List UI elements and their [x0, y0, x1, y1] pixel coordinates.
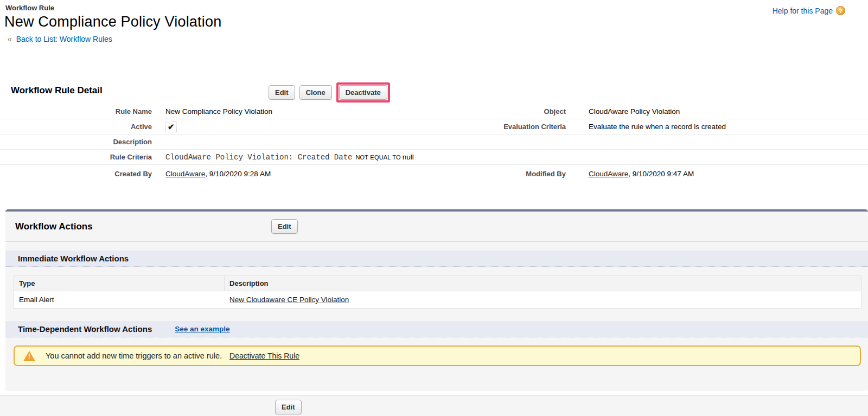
detail-row-created-by: Created By CloudAware, 9/10/2020 9:28 AM…: [0, 165, 868, 183]
criteria-null-value: null: [403, 153, 414, 161]
warning-triangle-icon: [23, 351, 35, 361]
created-by-label: Created By: [0, 170, 158, 178]
created-by-value: CloudAware, 9/10/2020 9:28 AM: [158, 170, 463, 178]
rule-criteria-label: Rule Criteria: [0, 153, 158, 161]
active-checkmark-icon: ✔: [165, 121, 177, 132]
created-by-user-link[interactable]: CloudAware: [165, 170, 205, 178]
immediate-actions-heading: Immediate Workflow Actions: [18, 254, 129, 263]
description-label: Description: [0, 138, 158, 146]
column-header-description: Description: [225, 276, 861, 291]
detail-row-rule-name: Rule Name New Compliance Policy Violatio…: [0, 104, 868, 119]
page-footer: Edit: [0, 395, 868, 416]
deactivate-this-rule-link[interactable]: Deactivate This Rule: [229, 351, 299, 360]
evaluation-criteria-value: Evaluate the rule when a record is creat…: [572, 123, 868, 131]
immediate-actions-table: Type Description Email Alert New Cloudaw…: [14, 276, 861, 309]
rule-name-label: Rule Name: [0, 107, 158, 116]
object-label: Object: [463, 107, 572, 116]
help-question-icon[interactable]: ?: [836, 6, 845, 15]
modified-by-user-link[interactable]: CloudAware: [589, 170, 628, 178]
modified-by-date: , 9/10/2020 9:47 AM: [628, 170, 694, 178]
page-title: New Compliance Policy Violation: [4, 14, 868, 30]
back-chevron-icon: «: [8, 35, 12, 43]
evaluation-criteria-label: Evaluation Criteria: [463, 123, 572, 131]
detail-section-heading: Workflow Rule Detail: [0, 82, 868, 99]
rule-criteria-value: CloudAware Policy Violation: Created Dat…: [158, 153, 868, 162]
workflow-actions-header: Workflow Actions Edit: [5, 212, 868, 242]
modified-by-label: Modified By: [463, 170, 572, 178]
clone-button[interactable]: Clone: [299, 85, 332, 100]
workflow-actions-edit-button[interactable]: Edit: [271, 219, 298, 234]
workflow-actions-heading: Workflow Actions: [5, 219, 93, 235]
detail-row-description: Description: [0, 135, 868, 150]
email-alert-link[interactable]: New Cloudaware CE Policy Violation: [229, 296, 349, 304]
created-by-date: , 9/10/2020 9:28 AM: [205, 170, 271, 178]
criteria-operator: NOT EQUAL TO: [355, 154, 400, 161]
active-label: Active: [0, 123, 158, 131]
deactivate-button[interactable]: Deactivate: [339, 85, 387, 100]
deactivate-highlight-annotation: Deactivate: [336, 82, 390, 103]
detail-header: Workflow Rule Detail Edit Clone Deactiva…: [0, 82, 868, 104]
help-for-this-page[interactable]: Help for this Page ?: [773, 6, 845, 15]
detail-button-bar: Edit Clone Deactivate: [269, 82, 390, 103]
table-row: Email Alert New Cloudaware CE Policy Vio…: [14, 291, 861, 308]
page-header: Workflow Rule New Compliance Policy Viol…: [0, 0, 868, 43]
action-type-cell: Email Alert: [14, 296, 225, 304]
warning-message: You cannot add new time triggers to an a…: [46, 351, 222, 360]
detail-row-rule-criteria: Rule Criteria CloudAware Policy Violatio…: [0, 150, 868, 165]
entity-type-label: Workflow Rule: [5, 4, 868, 12]
detail-row-active: Active ✔ Evaluation Criteria Evaluate th…: [0, 119, 868, 135]
workflow-rule-detail-section: Workflow Rule Detail Edit Clone Deactiva…: [0, 82, 868, 183]
breadcrumb: « Back to List: Workflow Rules: [8, 35, 868, 43]
criteria-expression: CloudAware Policy Violation: Created Dat…: [165, 153, 352, 162]
help-link[interactable]: Help for this Page: [773, 7, 833, 15]
warning-banner: You cannot add new time triggers to an a…: [14, 345, 861, 366]
edit-button[interactable]: Edit: [269, 85, 295, 100]
rule-name-value: New Compliance Policy Violation: [158, 107, 463, 116]
table-header-row: Type Description: [14, 276, 861, 291]
time-dependent-heading: Time-Dependent Workflow Actions: [18, 324, 152, 334]
immediate-actions-bar: Immediate Workflow Actions: [5, 251, 868, 267]
object-value: CloudAware Policy Violation: [572, 107, 868, 116]
see-an-example-link[interactable]: See an example: [175, 325, 229, 333]
workflow-actions-section: Workflow Actions Edit Immediate Workflow…: [5, 209, 868, 391]
time-dependent-actions-bar: Time-Dependent Workflow Actions See an e…: [5, 321, 868, 337]
modified-by-value: CloudAware, 9/10/2020 9:47 AM: [572, 170, 868, 178]
column-header-type: Type: [14, 276, 225, 291]
footer-edit-button[interactable]: Edit: [275, 400, 302, 414]
back-to-list-link[interactable]: Back to List: Workflow Rules: [16, 35, 112, 43]
